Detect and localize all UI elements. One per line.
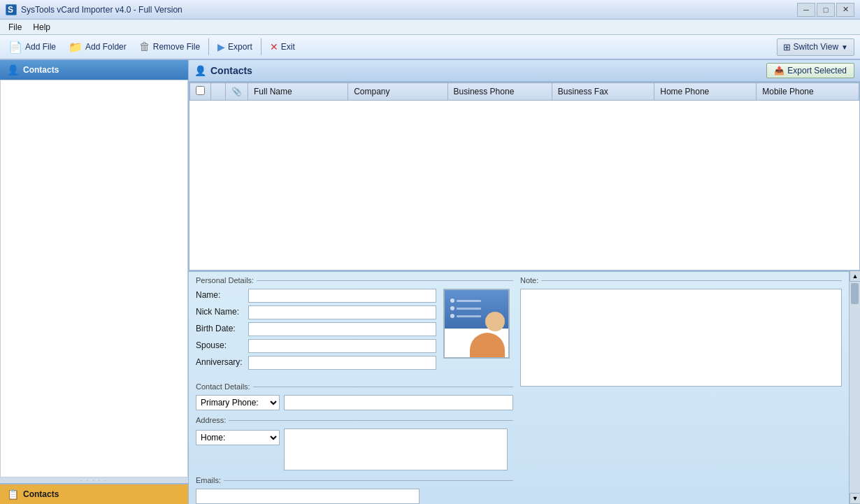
sidebar-footer-icon: 📋 (7, 489, 19, 500)
contacts-table-wrapper: 📎 Full Name Company Business Phone Busi (189, 82, 860, 271)
col-type-icon (211, 83, 226, 101)
personal-with-card: Name: Nick Name: Birth Date: Spouse: (196, 289, 513, 377)
minimize-button[interactable]: ─ (797, 3, 815, 17)
spouse-label: Spouse: (196, 339, 243, 353)
sidebar-content (0, 80, 188, 477)
content-area: 👤 Contacts 📤 Export Selected (189, 60, 860, 504)
contacts-table: 📎 Full Name Company Business Phone Busi (189, 82, 859, 101)
window-title: SysTools vCard Importer v4.0 - Full Vers… (21, 5, 182, 15)
name-label: Name: (196, 289, 243, 303)
col-business-phone[interactable]: Business Phone (447, 83, 552, 101)
address-type-select[interactable]: Home: Work: Other: (196, 430, 280, 445)
name-input[interactable] (248, 289, 436, 303)
menu-help[interactable]: Help (27, 21, 56, 34)
col-checkbox[interactable] (190, 83, 211, 101)
contact-card-wrapper (443, 289, 513, 377)
sidebar-header: 👤 Contacts (0, 60, 188, 80)
birthdate-input[interactable] (248, 322, 436, 336)
note-title: Note: (520, 276, 842, 285)
switch-view-chevron-icon: ▼ (841, 43, 848, 51)
col-company[interactable]: Company (348, 83, 447, 101)
left-details: Personal Details: Name: Nick Name: Birth… (196, 276, 513, 504)
nickname-input[interactable] (248, 305, 436, 319)
sidebar-resize-handle[interactable]: · · · · · (0, 477, 188, 483)
switch-view-button[interactable]: ⊞ Switch View ▼ (777, 38, 854, 56)
address-row: Home: Work: Other: (196, 429, 513, 470)
scroll-track (850, 282, 860, 493)
phone-input[interactable] (284, 395, 513, 410)
col-mobile-phone[interactable]: Mobile Phone (757, 83, 859, 101)
sidebar-contacts-icon: 👤 (7, 64, 19, 75)
address-section: Address: Home: Work: Other: (196, 416, 513, 470)
table-header-row: 📎 Full Name Company Business Phone Busi (190, 83, 859, 101)
right-details: Note: (520, 276, 842, 504)
emails-title: Emails: (196, 476, 513, 484)
personal-details-title: Personal Details: (196, 276, 513, 285)
avatar-figure (445, 309, 508, 357)
col-business-fax[interactable]: Business Fax (552, 83, 654, 101)
anniversary-input[interactable] (248, 356, 436, 370)
avatar-body (470, 333, 505, 357)
add-folder-icon: 📁 (69, 41, 83, 54)
toolbar: 📄 Add File 📁 Add Folder 🗑 Remove File ▶ … (0, 35, 860, 60)
address-textarea[interactable] (284, 429, 508, 470)
card-dot-1 (450, 298, 454, 303)
sidebar-footer-label: Contacts (23, 489, 59, 499)
two-col-details: Personal Details: Name: Nick Name: Birth… (196, 276, 842, 504)
export-selected-button[interactable]: 📤 Export Selected (766, 63, 854, 78)
contacts-panel-icon: 👤 (194, 65, 206, 76)
app-icon: S (6, 4, 17, 15)
toolbar-separator-1 (208, 38, 209, 55)
scroll-thumb[interactable] (851, 283, 859, 304)
remove-file-icon: 🗑 (139, 41, 150, 53)
emails-input[interactable] (196, 489, 420, 504)
col-fullname[interactable]: Full Name (248, 83, 348, 101)
address-title: Address: (196, 416, 513, 424)
menu-file[interactable]: File (3, 21, 27, 34)
anniversary-label: Anniversary: (196, 356, 243, 370)
remove-file-button[interactable]: 🗑 Remove File (134, 38, 206, 56)
add-file-button[interactable]: 📄 Add File (3, 38, 62, 57)
spouse-input[interactable] (248, 339, 436, 353)
col-home-phone[interactable]: Home Phone (654, 83, 757, 101)
col-attachment: 📎 (226, 83, 248, 101)
details-scrollbar: ▲ ▼ (849, 271, 860, 504)
export-button[interactable]: ▶ Export (212, 38, 258, 55)
window-controls: ─ □ ✕ (797, 3, 854, 17)
avatar-head (485, 312, 505, 331)
exit-button[interactable]: ✕ Exit (264, 38, 301, 55)
select-all-checkbox[interactable] (196, 86, 205, 95)
close-button[interactable]: ✕ (836, 3, 854, 17)
attachment-icon: 📎 (231, 87, 242, 96)
add-folder-button[interactable]: 📁 Add Folder (63, 38, 132, 57)
exit-label: Exit (281, 42, 295, 52)
export-selected-label: Export Selected (787, 66, 847, 75)
add-file-label: Add File (25, 42, 56, 52)
exit-icon: ✕ (270, 41, 278, 52)
personal-fields: Name: Nick Name: Birth Date: Spouse: (196, 289, 436, 377)
details-area: Personal Details: Name: Nick Name: Birth… (189, 271, 860, 504)
add-file-icon: 📄 (8, 41, 22, 54)
content-header: 👤 Contacts 📤 Export Selected (189, 60, 860, 82)
switch-view-label: Switch View (794, 42, 838, 52)
phone-type-select[interactable]: Primary Phone: Home Phone Work Phone Mob… (196, 395, 280, 410)
contact-details-section: Contact Details: Primary Phone: Home Pho… (196, 382, 513, 410)
card-line-1 (457, 300, 481, 302)
phone-row: Primary Phone: Home Phone Work Phone Mob… (196, 395, 513, 410)
remove-file-label: Remove File (153, 42, 200, 52)
maximize-button[interactable]: □ (817, 3, 835, 17)
content-header-left: 👤 Contacts (194, 65, 252, 76)
main-layout: 👤 Contacts · · · · · 📋 Contacts 👤 Contac… (0, 60, 860, 504)
scroll-up-button[interactable]: ▲ (850, 271, 860, 282)
emails-row (196, 489, 513, 504)
birthdate-label: Birth Date: (196, 322, 243, 336)
sidebar: 👤 Contacts · · · · · 📋 Contacts (0, 60, 189, 504)
sidebar-footer: 📋 Contacts (0, 483, 188, 504)
contacts-panel-title: Contacts (210, 65, 252, 76)
svg-text:S: S (8, 5, 13, 15)
details-panel: Personal Details: Name: Nick Name: Birth… (189, 271, 849, 504)
contact-card (443, 289, 510, 359)
toolbar-separator-2 (261, 38, 261, 55)
note-textarea[interactable] (520, 289, 842, 387)
scroll-down-button[interactable]: ▼ (850, 493, 860, 504)
